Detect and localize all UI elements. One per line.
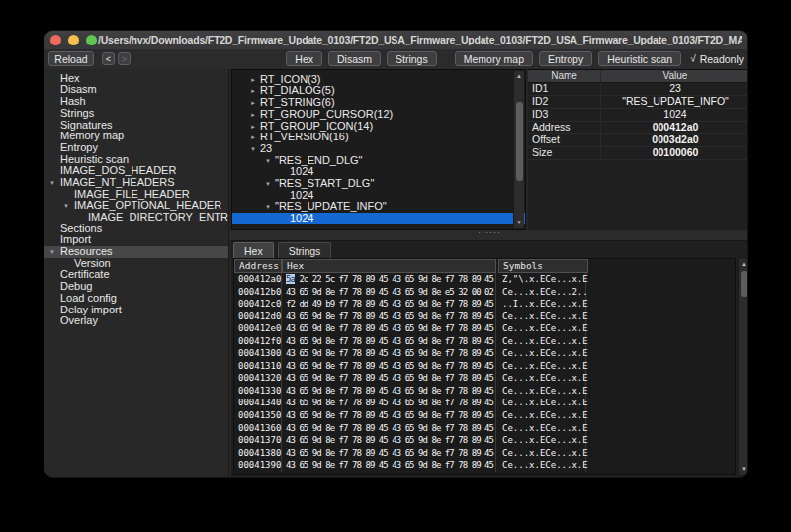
horizontal-splitter[interactable]: ······ bbox=[229, 230, 748, 240]
hex-scrollbar[interactable]: ▲ ▼ bbox=[738, 259, 748, 475]
hex-symbols-cell: Ce...x.ECe...x.E bbox=[496, 360, 586, 373]
hex-bytes-cell: 43 65 9d 8e f7 78 89 45 43 65 9d 8e f7 7… bbox=[282, 422, 496, 435]
hex-row[interactable]: 0004134043 65 9d 8e f7 78 89 45 43 65 9d… bbox=[234, 397, 735, 409]
hex-bytes-cell: 43 65 9d 8e f7 78 89 45 43 65 9d 8e f7 7… bbox=[282, 447, 496, 460]
back-button[interactable]: < bbox=[102, 52, 115, 65]
desktop-background: /Users/hvx/Downloads/FT2D_Firmware_Updat… bbox=[0, 0, 791, 532]
view-button-memory-map[interactable]: Memory map bbox=[455, 51, 533, 66]
scroll-up-icon[interactable]: ▲ bbox=[739, 260, 748, 269]
chevron-down-icon[interactable]: ▾ bbox=[248, 143, 258, 155]
property-name: ID3 bbox=[528, 109, 601, 121]
sidebar-item-overlay[interactable]: Overlay bbox=[44, 315, 228, 327]
hex-bytes-cell: 43 65 9d 8e f7 78 89 45 43 65 9d 8e f7 7… bbox=[282, 310, 496, 323]
property-name: Address bbox=[528, 122, 601, 133]
hex-address-cell: 000412e0 bbox=[234, 322, 282, 335]
hex-row[interactable]: 0004130043 65 9d 8e f7 78 89 45 43 65 9d… bbox=[234, 347, 735, 360]
hex-scrollbar-thumb[interactable] bbox=[741, 271, 747, 297]
sidebar-item-label: IMAGE_FILE_HEADER bbox=[44, 188, 190, 200]
resource-tree: ▸RT_ICON(3)▸RT_DIALOG(5)▸RT_STRING(6)▸RT… bbox=[232, 74, 525, 224]
hex-row[interactable]: 0004136043 65 9d 8e f7 78 89 45 43 65 9d… bbox=[234, 422, 735, 435]
hex-symbols-cell: Ce...x.ECe...x.E bbox=[496, 385, 586, 398]
hex-address-cell: 00041300 bbox=[234, 347, 282, 360]
view-button-strings[interactable]: Strings bbox=[387, 51, 437, 66]
splitter-handle[interactable]: ······ bbox=[478, 227, 501, 237]
hex-bytes-cell: 5a 2c 22 5c f7 78 89 45 43 65 9d 8e f7 7… bbox=[282, 273, 496, 286]
value-column-header: Value bbox=[601, 70, 748, 82]
hex-bytes-cell: 43 65 9d 8e f7 78 89 45 43 65 9d 8e e5 3… bbox=[282, 286, 496, 299]
hex-row[interactable]: 0004137043 65 9d 8e f7 78 89 45 43 65 9d… bbox=[234, 434, 735, 447]
property-name: ID2 bbox=[528, 96, 601, 108]
hex-bytes-cell: 43 65 9d 8e f7 78 89 45 43 65 9d 8e f7 7… bbox=[282, 385, 496, 398]
tree-item-1024[interactable]: 1024 bbox=[232, 213, 525, 224]
hex-address-cell: 00041350 bbox=[234, 409, 282, 422]
tree-item-res-start-dlg[interactable]: ▾"RES_START_DLG" bbox=[232, 178, 525, 190]
hex-row[interactable]: 0004131043 65 9d 8e f7 78 89 45 43 65 9d… bbox=[234, 360, 735, 373]
reload-button[interactable]: Reload bbox=[48, 51, 94, 66]
chevron-down-icon[interactable]: ▾ bbox=[263, 178, 273, 190]
hex-row[interactable]: 0004139043 65 9d 8e f7 78 89 45 43 65 9d… bbox=[234, 459, 735, 472]
hex-address-cell: 00041370 bbox=[234, 434, 282, 447]
chevron-down-icon[interactable]: ▾ bbox=[47, 177, 57, 189]
hex-row[interactable]: 000412b043 65 9d 8e f7 78 89 45 43 65 9d… bbox=[234, 286, 735, 299]
hex-row[interactable]: 000412f043 65 9d 8e f7 78 89 45 43 65 9d… bbox=[234, 335, 735, 348]
view-button-hex[interactable]: Hex bbox=[286, 51, 322, 66]
titlebar[interactable]: /Users/hvx/Downloads/FT2D_Firmware_Updat… bbox=[44, 31, 747, 50]
tree-item-label: "RES_START_DLG" bbox=[232, 177, 374, 189]
hex-row[interactable]: 0004138043 65 9d 8e f7 78 89 45 43 65 9d… bbox=[234, 447, 735, 460]
properties-header: Name Value bbox=[528, 70, 748, 83]
minimize-button[interactable] bbox=[68, 35, 79, 45]
hex-row[interactable]: 0004135043 65 9d 8e f7 78 89 45 43 65 9d… bbox=[234, 409, 735, 422]
sidebar-item-label: Heuristic scan bbox=[44, 153, 129, 165]
scroll-down-icon[interactable]: ▼ bbox=[739, 465, 748, 474]
scroll-down-icon[interactable]: ▼ bbox=[514, 219, 524, 227]
sidebar-item-strings[interactable]: Strings bbox=[44, 108, 228, 120]
sidebar-item-image-directory-entries[interactable]: IMAGE_DIRECTORY_ENTRIES bbox=[44, 212, 228, 223]
hex-row[interactable]: 000412c0f2 dd 49 b9 f7 78 89 45 43 65 9d… bbox=[234, 298, 735, 310]
tree-item-label: "RES_END_DLG" bbox=[232, 154, 363, 166]
view-button-heuristic-scan[interactable]: Heuristic scan bbox=[598, 51, 681, 66]
sidebar-item-load-config[interactable]: Load config bbox=[44, 293, 228, 305]
tree-item-23[interactable]: ▾23 bbox=[232, 143, 525, 155]
sidebar-item-label: IMAGE_DIRECTORY_ENTRIES bbox=[44, 211, 229, 222]
hex-row[interactable]: 0004132043 65 9d 8e f7 78 89 45 43 65 9d… bbox=[234, 372, 735, 385]
hex-address-cell: 000412a0 bbox=[234, 273, 282, 286]
tree-item-rt-version-16[interactable]: ▸RT_VERSION(16) bbox=[232, 132, 525, 143]
tab-strings[interactable]: Strings bbox=[278, 242, 332, 258]
property-row-offset: Offset0003d2a0 bbox=[528, 134, 748, 147]
hex-row[interactable]: 000412a05a 2c 22 5c f7 78 89 45 43 65 9d… bbox=[234, 273, 735, 286]
hex-row[interactable]: 0004133043 65 9d 8e f7 78 89 45 43 65 9d… bbox=[234, 385, 735, 398]
scroll-up-icon[interactable]: ▲ bbox=[514, 72, 524, 81]
hex-address-cell: 00041320 bbox=[234, 372, 282, 385]
hex-symbols-cell: Ce...x.ECe...x.E bbox=[496, 397, 586, 409]
tree-item-label: 1024 bbox=[232, 189, 313, 201]
window-title: /Users/hvx/Downloads/FT2D_Firmware_Updat… bbox=[98, 31, 742, 49]
hex-address-cell: 00041360 bbox=[234, 422, 282, 435]
hex-bytes-cell: 43 65 9d 8e f7 78 89 45 43 65 9d 8e f7 7… bbox=[282, 459, 496, 472]
readonly-checkbox[interactable]: √ Readonly bbox=[690, 53, 744, 65]
view-button-disasm[interactable]: Disasm bbox=[328, 51, 381, 66]
hex-row[interactable]: 000412d043 65 9d 8e f7 78 89 45 43 65 9d… bbox=[234, 310, 735, 323]
hex-symbols-cell: ..I..x.ECe...x.E bbox=[496, 298, 586, 310]
tree-scrollbar[interactable]: ▲ ▼ bbox=[513, 71, 524, 228]
hex-row[interactable]: 000412e043 65 9d 8e f7 78 89 45 43 65 9d… bbox=[234, 322, 735, 335]
zoom-button[interactable] bbox=[86, 35, 97, 45]
tree-item-label: 1024 bbox=[232, 212, 313, 223]
selected-byte[interactable]: 5a bbox=[286, 274, 295, 284]
hex-symbols-cell: Ce...x.ECe...x.E bbox=[496, 434, 586, 447]
sidebar-item-image-nt-headers[interactable]: ▾IMAGE_NT_HEADERS bbox=[44, 177, 228, 189]
view-button-group: HexDisasmStringsMemory mapEntropyHeurist… bbox=[280, 51, 744, 66]
sidebar-item-label: Hash bbox=[44, 95, 86, 107]
tree-scrollbar-thumb[interactable] bbox=[516, 102, 523, 181]
chevron-right-icon[interactable]: ▸ bbox=[248, 109, 258, 121]
view-button-entropy[interactable]: Entropy bbox=[539, 51, 592, 66]
sidebar-item-entropy[interactable]: Entropy bbox=[44, 142, 228, 154]
tree-item-rt-group-cursor-12[interactable]: ▸RT_GROUP_CURSOR(12) bbox=[232, 109, 525, 121]
property-value: 23 bbox=[601, 83, 748, 95]
forward-button[interactable]: > bbox=[118, 52, 131, 65]
tab-hex[interactable]: Hex bbox=[233, 242, 274, 258]
close-button[interactable] bbox=[50, 35, 61, 45]
hex-address-cell: 000412c0 bbox=[234, 298, 282, 310]
resource-tree-panel: ▸RT_ICON(3)▸RT_DIALOG(5)▸RT_STRING(6)▸RT… bbox=[231, 69, 526, 230]
hex-address-cell: 00041310 bbox=[234, 360, 282, 373]
app-window: /Users/hvx/Downloads/FT2D_Firmware_Updat… bbox=[44, 30, 748, 478]
